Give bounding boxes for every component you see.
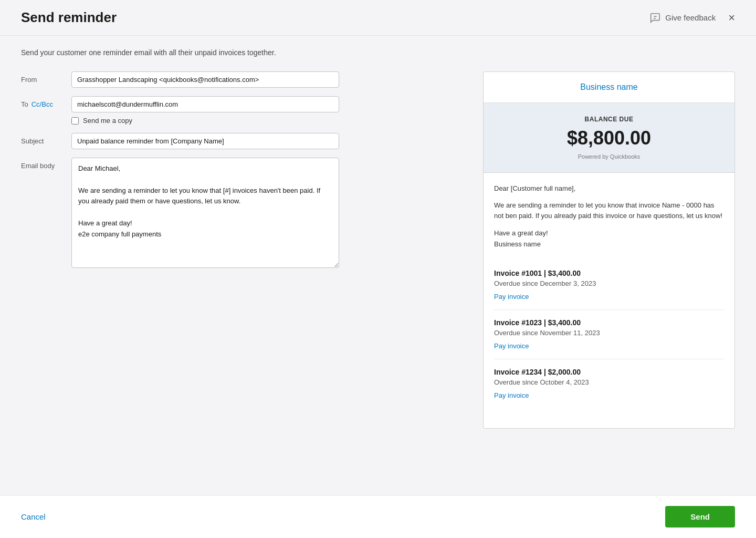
- from-input[interactable]: [71, 71, 339, 88]
- invoice-title: Invoice #1234 | $2,000.00: [494, 368, 724, 376]
- preview-balance-section: BALANCE DUE $8,800.00 Powered by Quickbo…: [484, 103, 734, 173]
- invoice-item: Invoice #1234 | $2,000.00 Overdue since …: [494, 359, 724, 408]
- preview-greeting: Dear [Customer full name],: [494, 183, 724, 194]
- email-body-textarea[interactable]: [71, 158, 339, 268]
- invoice-overdue: Overdue since October 4, 2023: [494, 378, 724, 386]
- give-feedback-label: Give feedback: [665, 13, 716, 22]
- to-label-container: To Cc/Bcc: [21, 96, 63, 108]
- send-me-copy-label[interactable]: Send me a copy: [83, 117, 132, 125]
- send-me-copy-checkbox[interactable]: [71, 117, 79, 125]
- pay-invoice-link[interactable]: Pay invoice: [494, 342, 529, 350]
- email-body-row: Email body: [21, 158, 462, 268]
- preview-business-name: Business name: [484, 72, 734, 103]
- header-actions: Give feedback ×: [649, 12, 735, 24]
- give-feedback-button[interactable]: Give feedback: [649, 12, 716, 24]
- to-field-wrapper: Send me a copy: [71, 96, 462, 125]
- sign-off-line1: Have a great day!: [494, 229, 548, 237]
- invoice-title: Invoice #1001 | $3,400.00: [494, 269, 724, 277]
- to-label: To: [21, 100, 28, 108]
- invoice-list: Invoice #1001 | $3,400.00 Overdue since …: [494, 261, 724, 408]
- to-row: To Cc/Bcc Send me a copy: [21, 96, 462, 125]
- form-panel: From To Cc/Bcc Send me a copy Subject: [21, 71, 462, 495]
- invoice-item: Invoice #1001 | $3,400.00 Overdue since …: [494, 261, 724, 310]
- preview-panel: Business name BALANCE DUE $8,800.00 Powe…: [483, 71, 735, 429]
- cancel-button[interactable]: Cancel: [21, 512, 46, 521]
- invoice-overdue: Overdue since November 11, 2023: [494, 329, 724, 337]
- to-input[interactable]: [71, 96, 339, 112]
- pay-invoice-link[interactable]: Pay invoice: [494, 391, 529, 399]
- email-body-label: Email body: [21, 158, 63, 170]
- footer: Cancel Send: [0, 495, 756, 538]
- preview-sign-off: Have a great day! Business name: [494, 228, 724, 250]
- feedback-icon: [649, 12, 661, 24]
- invoice-overdue: Overdue since December 3, 2023: [494, 280, 724, 287]
- subtitle-text: Send your customer one reminder email wi…: [0, 36, 756, 61]
- invoice-title: Invoice #1023 | $3,400.00: [494, 318, 724, 327]
- preview-message: We are sending a reminder to let you kno…: [494, 200, 724, 222]
- preview-body: Dear [Customer full name], We are sendin…: [484, 173, 734, 413]
- subject-input[interactable]: [71, 133, 339, 149]
- from-label: From: [21, 71, 63, 84]
- close-button[interactable]: ×: [728, 12, 735, 24]
- cc-bcc-link[interactable]: Cc/Bcc: [32, 100, 53, 108]
- from-row: From: [21, 71, 462, 88]
- subject-row: Subject: [21, 133, 462, 149]
- balance-due-label: BALANCE DUE: [494, 116, 724, 123]
- send-button[interactable]: Send: [665, 506, 735, 527]
- sign-off-line2: Business name: [494, 240, 541, 248]
- powered-by: Powered by Quickbooks: [494, 153, 724, 160]
- subject-label: Subject: [21, 133, 63, 145]
- main-content: From To Cc/Bcc Send me a copy Subject: [0, 61, 756, 495]
- balance-amount: $8,800.00: [494, 127, 724, 149]
- dialog-title: Send reminder: [21, 9, 117, 26]
- invoice-item: Invoice #1023 | $3,400.00 Overdue since …: [494, 310, 724, 359]
- pay-invoice-link[interactable]: Pay invoice: [494, 293, 529, 301]
- send-me-copy-row: Send me a copy: [71, 117, 462, 125]
- dialog-header: Send reminder Give feedback ×: [0, 0, 756, 36]
